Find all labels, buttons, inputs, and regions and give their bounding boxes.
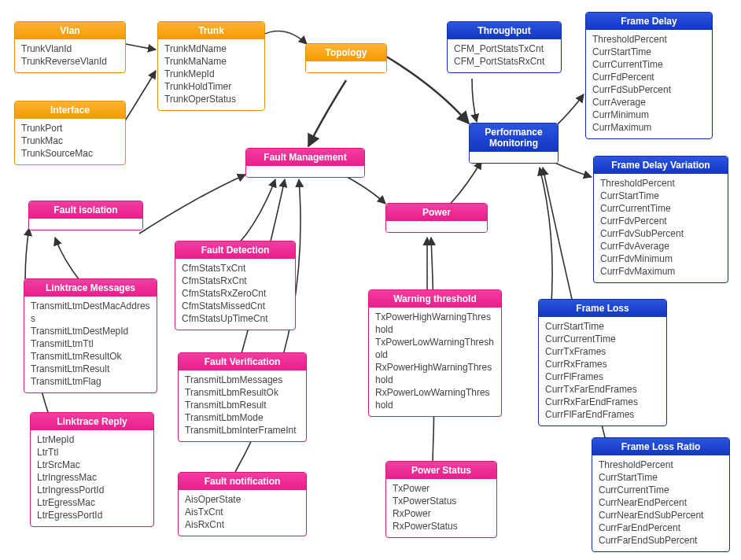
trunk-node: Trunk TrunkMdName TrunkMaName TrunkMepId… bbox=[157, 21, 265, 111]
field: CurrFdSubPercent bbox=[592, 83, 706, 96]
warnthr-fields: TxPowerHighWarningThreshold TxPowerLowWa… bbox=[369, 308, 501, 416]
field: TransmitLbmMode bbox=[185, 411, 300, 424]
field: TxPowerLowWarningThreshold bbox=[375, 336, 495, 361]
field: LtrEgressPortId bbox=[37, 509, 147, 521]
field: RxPowerHighWarningThreshold bbox=[375, 361, 495, 386]
perfmon-title: Performance Monitoring bbox=[470, 123, 558, 152]
trunk-title: Trunk bbox=[158, 22, 264, 39]
throughput-title: Throughput bbox=[448, 22, 561, 39]
field: TransmitLtmDestMepId bbox=[31, 325, 150, 337]
gap bbox=[306, 61, 386, 72]
field: LtrMepId bbox=[37, 433, 147, 446]
field: RxPowerLowWarningThreshold bbox=[375, 386, 495, 411]
linkreply-node: Linktrace Reply LtrMepId LtrTtl LtrSrcMa… bbox=[30, 412, 154, 527]
powerstat-fields: TxPower TxPowerStatus RxPower RxPowerSta… bbox=[386, 479, 496, 537]
vlan-node: Vlan TrunkVlanId TrunkReverseVlanId bbox=[14, 21, 126, 73]
field: CurrStartTime bbox=[545, 320, 660, 333]
field: TransmitLtmDestMacAddress bbox=[31, 300, 150, 325]
field: TxPowerHighWarningThreshold bbox=[375, 311, 495, 336]
perfmon-node: Performance Monitoring bbox=[469, 123, 559, 164]
field: TransmitLtmResultOk bbox=[31, 350, 150, 363]
field: CurrFarEndSubPercent bbox=[599, 534, 723, 547]
flr-title: Frame Loss Ratio bbox=[592, 438, 729, 455]
faultiso-node: Fault isolation bbox=[28, 201, 143, 230]
field: TrunkMac bbox=[21, 134, 119, 147]
faultdet-node: Fault Detection CfmStatsTxCnt CfmStatsRx… bbox=[175, 241, 296, 330]
power-node: Power bbox=[385, 203, 488, 233]
faultnot-fields: AisOperState AisTxCnt AisRxCnt bbox=[179, 490, 306, 536]
field: TrunkMaName bbox=[164, 55, 258, 68]
power-title: Power bbox=[386, 204, 487, 221]
field: CurrFdvSubPercent bbox=[600, 227, 721, 240]
linkmsg-node: Linktrace Messages TransmitLtmDestMacAdd… bbox=[24, 278, 157, 393]
interface-fields: TrunkPort TrunkMac TrunkSourceMac bbox=[15, 119, 125, 164]
field: TrunkMepId bbox=[164, 68, 258, 80]
framedelay-fields: ThresholdPercent CurrStartTime CurrCurre… bbox=[586, 30, 712, 138]
trunk-fields: TrunkMdName TrunkMaName TrunkMepId Trunk… bbox=[158, 39, 264, 110]
field: CurrFdvMaximum bbox=[600, 265, 721, 278]
gap bbox=[29, 219, 142, 230]
field: TrunkReverseVlanId bbox=[21, 55, 119, 68]
framedelay-node: Frame Delay ThresholdPercent CurrStartTi… bbox=[585, 12, 713, 139]
field: CurrTxFarEndFrames bbox=[545, 383, 660, 396]
field: TrunkVlanId bbox=[21, 42, 119, 55]
powerstat-node: Power Status TxPower TxPowerStatus RxPow… bbox=[385, 461, 497, 538]
field: CurrMaximum bbox=[592, 121, 706, 134]
field: CurrStartTime bbox=[599, 471, 723, 484]
field: LtrEgressMac bbox=[37, 496, 147, 509]
linkmsg-fields: TransmitLtmDestMacAddress TransmitLtmDes… bbox=[24, 297, 157, 392]
field: CurrMinimum bbox=[592, 109, 706, 121]
field: TransmitLbmResult bbox=[185, 399, 300, 411]
field: CurrFdvMinimum bbox=[600, 252, 721, 265]
field: CfmStatsUpTimeCnt bbox=[182, 312, 289, 325]
warnthr-node: Warning threshold TxPowerHighWarningThre… bbox=[368, 289, 502, 417]
faultdet-title: Fault Detection bbox=[175, 241, 295, 259]
field: LtrIngressPortId bbox=[37, 484, 147, 496]
field: CfmStatsRxZeroCnt bbox=[182, 287, 289, 300]
field: TxPower bbox=[393, 482, 490, 495]
vlan-fields: TrunkVlanId TrunkReverseVlanId bbox=[15, 39, 125, 72]
field: TransmitLtmTtl bbox=[31, 337, 150, 350]
field: CfmStatsTxCnt bbox=[182, 262, 289, 274]
gap bbox=[470, 152, 558, 163]
field: LtrSrcMac bbox=[37, 459, 147, 471]
fdv-title: Frame Delay Variation bbox=[594, 157, 728, 174]
field: CurrAverage bbox=[592, 96, 706, 109]
faultnot-title: Fault notification bbox=[179, 473, 306, 490]
gap bbox=[386, 221, 487, 232]
faultver-title: Fault Verification bbox=[179, 353, 306, 370]
field: CurrStartTime bbox=[592, 46, 706, 58]
field: CurrFarEndPercent bbox=[599, 521, 723, 534]
field: ThresholdPercent bbox=[600, 177, 721, 190]
field: CFM_PortStatsRxCnt bbox=[454, 55, 555, 68]
topology-node: Topology bbox=[305, 43, 387, 73]
field: CurrFdvAverage bbox=[600, 240, 721, 252]
field: CurrCurrentTime bbox=[599, 484, 723, 496]
faultmgmt-node: Fault Management bbox=[245, 148, 365, 178]
field: TrunkOperStatus bbox=[164, 93, 258, 105]
field: ThresholdPercent bbox=[599, 459, 723, 471]
field: CurrTxFrames bbox=[545, 345, 660, 358]
flr-fields: ThresholdPercent CurrStartTime CurrCurre… bbox=[592, 455, 729, 551]
frameloss-fields: CurrStartTime CurrCurrentTime CurrTxFram… bbox=[539, 317, 666, 426]
faultdet-fields: CfmStatsTxCnt CfmStatsRxCnt CfmStatsRxZe… bbox=[175, 259, 295, 330]
interface-node: Interface TrunkPort TrunkMac TrunkSource… bbox=[14, 101, 126, 165]
field: TrunkHoldTimer bbox=[164, 80, 258, 93]
vlan-title: Vlan bbox=[15, 22, 125, 39]
field: TransmitLbmMessages bbox=[185, 374, 300, 386]
field: CurrCurrentTime bbox=[592, 58, 706, 71]
field: LtrTtl bbox=[37, 446, 147, 459]
field: TxPowerStatus bbox=[393, 495, 490, 507]
field: TransmitLtmFlag bbox=[31, 375, 150, 388]
interface-title: Interface bbox=[15, 101, 125, 119]
field: CurrCurrentTime bbox=[600, 202, 721, 215]
field: AisRxCnt bbox=[185, 518, 300, 531]
field: CFM_PortStatsTxCnt bbox=[454, 42, 555, 55]
field: CurrCurrentTime bbox=[545, 333, 660, 345]
field: CurrNearEndPercent bbox=[599, 496, 723, 509]
field: LtrIngressMac bbox=[37, 471, 147, 484]
throughput-node: Throughput CFM_PortStatsTxCnt CFM_PortSt… bbox=[447, 21, 562, 73]
faultver-fields: TransmitLbmMessages TransmitLbmResultOk … bbox=[179, 370, 306, 441]
faultver-node: Fault Verification TransmitLbmMessages T… bbox=[178, 352, 307, 442]
throughput-fields: CFM_PortStatsTxCnt CFM_PortStatsRxCnt bbox=[448, 39, 561, 72]
